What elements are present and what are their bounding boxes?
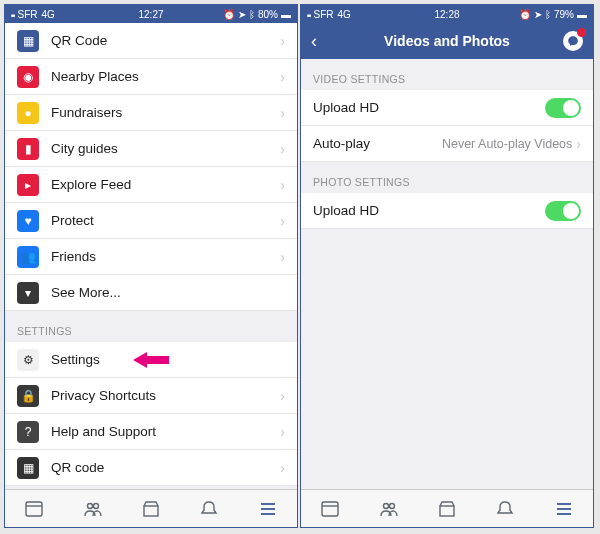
upload-hd-photo-switch[interactable] [545, 201, 581, 221]
tab-notifications[interactable] [476, 490, 534, 527]
battery-icon: ▬ [281, 9, 291, 20]
tab-marketplace[interactable] [122, 490, 180, 527]
photo-upload-hd-row[interactable]: Upload HD [301, 193, 593, 229]
menu-item-friends[interactable]: 👥 Friends › [5, 239, 297, 275]
bluetooth-icon: ᛒ [545, 9, 551, 20]
menu-item-fundraisers[interactable]: ● Fundraisers › [5, 95, 297, 131]
friends-icon: 👥 [17, 246, 39, 268]
carrier-label: SFR [314, 9, 334, 20]
phone-right-videos-photos: SFR 4G 12:28 ⏰ ➤ ᛒ 79% ▬ ‹ Videos and Ph… [300, 4, 594, 528]
clock-label: 12:28 [434, 9, 459, 20]
svg-point-11 [389, 503, 394, 508]
coin-icon: ● [17, 102, 39, 124]
alarm-icon: ⏰ [519, 9, 531, 20]
page-title: Videos and Photos [384, 33, 510, 49]
menu-item-explore-feed[interactable]: ▸ Explore Feed › [5, 167, 297, 203]
qr-icon: ▦ [17, 30, 39, 52]
tab-marketplace[interactable] [418, 490, 476, 527]
chevron-right-icon: › [280, 105, 285, 121]
phone-left-menu: SFR 4G 12:27 ⏰ ➤ ᛒ 80% ▬ ▦ QR Code › ◉ N… [4, 4, 298, 528]
tab-newsfeed[interactable] [301, 490, 359, 527]
chevron-right-icon: › [280, 33, 285, 49]
lock-icon: 🔒 [17, 385, 39, 407]
settings-item-privacy-shortcuts[interactable]: 🔒 Privacy Shortcuts › [5, 378, 297, 414]
chevron-right-icon: › [280, 460, 285, 476]
tab-newsfeed[interactable] [5, 490, 63, 527]
clock-label: 12:27 [138, 9, 163, 20]
chevron-right-icon: › [280, 141, 285, 157]
building-icon: ▮ [17, 138, 39, 160]
svg-rect-4 [144, 506, 158, 516]
pin-icon: ◉ [17, 66, 39, 88]
menu-item-qr-code[interactable]: ▦ QR Code › [5, 23, 297, 59]
svg-rect-8 [322, 502, 338, 516]
chevron-down-icon: ▾ [17, 282, 39, 304]
menu-item-nearby-places[interactable]: ◉ Nearby Places › [5, 59, 297, 95]
menu-item-protect[interactable]: ♥ Protect › [5, 203, 297, 239]
battery-pct: 79% [554, 9, 574, 20]
signal-icon [307, 9, 310, 20]
location-icon: ➤ [238, 9, 246, 20]
tab-friends[interactable] [359, 490, 417, 527]
back-button[interactable]: ‹ [311, 31, 317, 52]
photo-settings-header: PHOTO SETTINGS [301, 162, 593, 193]
settings-item-qr-code[interactable]: ▦ QR code › [5, 450, 297, 486]
network-label: 4G [42, 9, 55, 20]
messenger-icon [567, 35, 579, 47]
bluetooth-icon: ᛒ [249, 9, 255, 20]
chevron-right-icon: › [280, 388, 285, 404]
menu-item-see-more[interactable]: ▾ See More... [5, 275, 297, 311]
svg-point-3 [93, 503, 98, 508]
tab-bar [301, 489, 593, 527]
settings-scroll[interactable]: VIDEO SETTINGS Upload HD Auto-play Never… [301, 59, 593, 489]
svg-point-2 [87, 503, 92, 508]
status-bar: SFR 4G 12:27 ⏰ ➤ ᛒ 80% ▬ [5, 5, 297, 23]
video-upload-hd-row[interactable]: Upload HD [301, 90, 593, 126]
chevron-right-icon: › [280, 213, 285, 229]
qr-icon: ▦ [17, 457, 39, 479]
network-label: 4G [338, 9, 351, 20]
chevron-right-icon: › [280, 249, 285, 265]
battery-icon: ▬ [577, 9, 587, 20]
tab-menu[interactable] [535, 490, 593, 527]
gear-icon: ⚙ [17, 349, 39, 371]
carrier-label: SFR [18, 9, 38, 20]
help-icon: ? [17, 421, 39, 443]
highlight-arrow-icon [133, 350, 169, 370]
chevron-right-icon: › [280, 177, 285, 193]
signal-icon [11, 9, 14, 20]
battery-pct: 80% [258, 9, 278, 20]
tab-menu[interactable] [239, 490, 297, 527]
alarm-icon: ⏰ [223, 9, 235, 20]
chevron-right-icon: › [280, 424, 285, 440]
chevron-right-icon: › [280, 69, 285, 85]
settings-item-settings[interactable]: ⚙ Settings [5, 342, 297, 378]
upload-hd-video-switch[interactable] [545, 98, 581, 118]
flag-icon: ▸ [17, 174, 39, 196]
svg-point-10 [383, 503, 388, 508]
location-icon: ➤ [534, 9, 542, 20]
menu-item-city-guides[interactable]: ▮ City guides › [5, 131, 297, 167]
autoplay-value: Never Auto-play Videos [442, 137, 572, 151]
svg-rect-12 [440, 506, 454, 516]
video-settings-header: VIDEO SETTINGS [301, 59, 593, 90]
tab-notifications[interactable] [180, 490, 238, 527]
chevron-right-icon: › [576, 136, 581, 152]
tab-friends[interactable] [63, 490, 121, 527]
settings-section-header: SETTINGS [5, 311, 297, 342]
status-bar: SFR 4G 12:28 ⏰ ➤ ᛒ 79% ▬ [301, 5, 593, 23]
menu-scroll[interactable]: ▦ QR Code › ◉ Nearby Places › ● Fundrais… [5, 23, 297, 489]
shield-icon: ♥ [17, 210, 39, 232]
tab-bar [5, 489, 297, 527]
autoplay-row[interactable]: Auto-play Never Auto-play Videos › [301, 126, 593, 162]
svg-rect-0 [26, 502, 42, 516]
messenger-button[interactable] [563, 31, 583, 51]
settings-item-help-support[interactable]: ? Help and Support › [5, 414, 297, 450]
nav-bar: ‹ Videos and Photos [301, 23, 593, 59]
